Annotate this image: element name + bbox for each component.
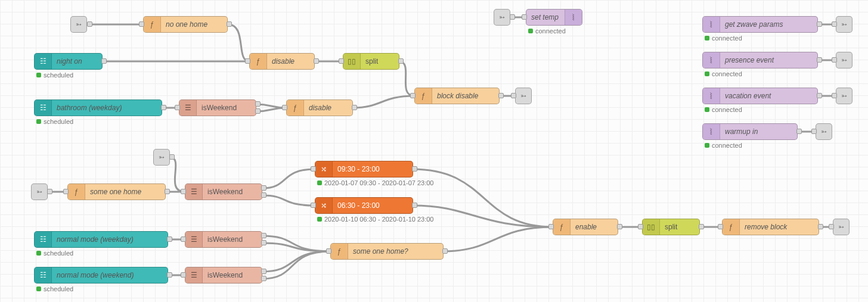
node-night-on[interactable]: ☷ night on xyxy=(34,53,103,70)
status: scheduled xyxy=(36,285,73,292)
node-get-zwave-params[interactable]: ⦚ get zwave params xyxy=(702,16,818,33)
port[interactable] xyxy=(175,105,180,110)
link-in[interactable]: ➳ xyxy=(494,9,510,26)
port[interactable] xyxy=(181,272,186,278)
port[interactable] xyxy=(261,276,266,281)
port[interactable] xyxy=(817,93,822,98)
port[interactable] xyxy=(638,224,643,229)
link-out[interactable]: ➳ xyxy=(515,88,532,104)
port[interactable] xyxy=(832,21,837,27)
port[interactable] xyxy=(352,105,357,110)
node-block-disable[interactable]: ƒ block disable xyxy=(414,88,500,104)
link-out[interactable]: ➳ xyxy=(836,52,852,69)
node-warmup-in[interactable]: ⦚ warmup in xyxy=(702,123,798,140)
port[interactable] xyxy=(617,224,622,229)
link-in[interactable]: ➳ xyxy=(31,183,48,200)
node-some-one-home-q[interactable]: ƒ some one home? xyxy=(330,243,444,260)
port[interactable] xyxy=(498,93,504,98)
port[interactable] xyxy=(412,203,417,208)
node-isweekend[interactable]: ☰ isWeekend xyxy=(185,183,262,200)
port[interactable] xyxy=(398,58,404,64)
node-presence-event[interactable]: ⦚ presence event xyxy=(702,52,818,69)
port[interactable] xyxy=(255,108,261,114)
node-no-one-home[interactable]: ƒ no one home xyxy=(143,16,228,33)
node-remove-block[interactable]: ƒ remove block xyxy=(722,219,819,235)
port[interactable] xyxy=(510,14,515,20)
port[interactable] xyxy=(832,57,837,63)
port[interactable] xyxy=(511,93,516,98)
port[interactable] xyxy=(442,248,448,254)
port[interactable] xyxy=(818,224,823,229)
port[interactable] xyxy=(699,224,704,229)
port[interactable] xyxy=(829,224,834,229)
port[interactable] xyxy=(412,166,417,172)
port[interactable] xyxy=(63,189,69,194)
port[interactable] xyxy=(718,224,723,229)
node-split[interactable]: ▯▯ split xyxy=(642,219,700,235)
port[interactable] xyxy=(548,224,554,229)
node-normal-weekend[interactable]: ☷ normal mode (weekend) xyxy=(34,267,168,284)
port[interactable] xyxy=(410,93,416,98)
node-vacation-event[interactable]: ⦚ vacation event xyxy=(702,88,818,104)
port[interactable] xyxy=(811,129,817,134)
status: scheduled xyxy=(36,71,73,79)
port[interactable] xyxy=(161,105,166,110)
node-time-range[interactable]: ⤭ 06:30 - 23:00 xyxy=(315,197,413,214)
port[interactable] xyxy=(832,93,837,98)
flow-canvas[interactable]: ➳ ƒ no one home ☷ night on scheduled ƒ d… xyxy=(0,0,868,302)
port[interactable] xyxy=(311,166,316,172)
node-disable[interactable]: ƒ disable xyxy=(286,99,353,116)
port[interactable] xyxy=(181,236,186,242)
port[interactable] xyxy=(796,129,802,134)
port[interactable] xyxy=(101,58,107,64)
port[interactable] xyxy=(167,236,172,242)
node-split[interactable]: ▯▯ split xyxy=(343,53,399,70)
port[interactable] xyxy=(326,248,331,254)
link-out[interactable]: ➳ xyxy=(816,123,832,140)
port[interactable] xyxy=(817,21,822,27)
node-enable[interactable]: ƒ enable xyxy=(553,219,618,235)
node-set-temp[interactable]: set temp ⦚ xyxy=(526,9,582,26)
port[interactable] xyxy=(167,272,172,278)
node-normal-weekday[interactable]: ☷ normal mode (weekday) xyxy=(34,231,168,248)
link-out[interactable]: ➳ xyxy=(833,219,850,235)
port[interactable] xyxy=(261,192,266,198)
port[interactable] xyxy=(47,189,52,194)
arrow-icon: ➳ xyxy=(841,92,847,100)
node-some-one-home[interactable]: ƒ some one home xyxy=(67,183,166,200)
link-out[interactable]: ➳ xyxy=(836,16,852,33)
port[interactable] xyxy=(311,203,316,208)
node-isweekend[interactable]: ☰ isWeekend xyxy=(179,99,256,116)
random-icon: ⤭ xyxy=(321,165,327,173)
port[interactable] xyxy=(261,240,266,245)
port[interactable] xyxy=(522,14,527,20)
port[interactable] xyxy=(227,21,232,27)
port[interactable] xyxy=(165,189,170,194)
port[interactable] xyxy=(245,58,250,64)
link-out[interactable]: ➳ xyxy=(836,88,852,104)
port[interactable] xyxy=(261,233,266,238)
port[interactable] xyxy=(314,58,319,64)
port[interactable] xyxy=(181,189,186,194)
link-in[interactable]: ➳ xyxy=(70,16,87,33)
link-in[interactable]: ➳ xyxy=(153,149,170,166)
node-isweekend[interactable]: ☰ isWeekend xyxy=(185,267,262,284)
port[interactable] xyxy=(261,185,266,191)
node-disable[interactable]: ƒ disable xyxy=(249,53,315,70)
calendar-icon: ☷ xyxy=(40,271,46,279)
label: normal mode (weekend) xyxy=(52,271,168,279)
port[interactable] xyxy=(817,57,822,63)
port[interactable] xyxy=(282,105,287,110)
node-bathroom-weekday[interactable]: ☷ bathroom (weekday) xyxy=(34,99,162,116)
port[interactable] xyxy=(255,101,261,107)
node-isweekend[interactable]: ☰ isWeekend xyxy=(185,231,262,248)
label: 09:30 - 23:00 xyxy=(333,165,413,173)
port[interactable] xyxy=(139,21,144,27)
port[interactable] xyxy=(261,269,266,274)
label: isWeekend xyxy=(197,104,256,112)
status: connected xyxy=(528,27,566,35)
port[interactable] xyxy=(339,58,344,64)
port[interactable] xyxy=(169,154,175,160)
port[interactable] xyxy=(87,21,92,27)
node-time-range[interactable]: ⤭ 09:30 - 23:00 xyxy=(315,161,413,178)
